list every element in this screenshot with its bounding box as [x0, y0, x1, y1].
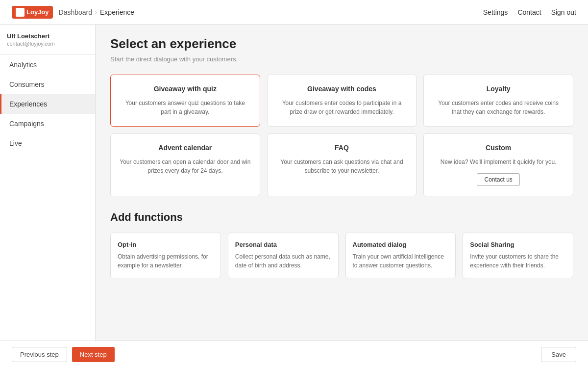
card-loyalty-title: Loyalty — [433, 85, 564, 93]
user-info: Ulf Loetschert contact@loyjoy.com — [0, 25, 95, 55]
card-custom-title: Custom — [433, 144, 564, 152]
func-automated-dialog-desc: Train your own artificial intelligence t… — [353, 252, 449, 270]
func-personal-data-title: Personal data — [235, 241, 331, 248]
logo: LoyJoy — [12, 6, 53, 19]
layout: Ulf Loetschert contact@loyjoy.com Analyt… — [0, 25, 588, 341]
header: LoyJoy Dashboard › Experience Settings C… — [0, 0, 588, 25]
header-right: Settings Contact Sign out — [483, 8, 576, 16]
sidebar: Ulf Loetschert contact@loyjoy.com Analyt… — [0, 25, 96, 341]
breadcrumb-home[interactable]: Dashboard — [59, 8, 93, 16]
sidebar-nav: Analytics Consumers Experiences Campaign… — [0, 55, 95, 153]
func-card-social-sharing[interactable]: Social Sharing Invite your customers to … — [463, 233, 573, 278]
card-advent-calendar[interactable]: Advent calendar Your customers can open … — [110, 133, 260, 196]
card-custom-desc: New idea? We'll implement it quickly for… — [433, 158, 564, 166]
logo-text: LoyJoy — [26, 8, 49, 16]
card-loyalty[interactable]: Loyalty Your customers enter codes and r… — [423, 75, 573, 127]
functions-title: Add functions — [110, 211, 573, 224]
next-step-button[interactable]: Next step — [72, 347, 115, 362]
page-subtitle: Start the direct dialogue with your cust… — [110, 55, 573, 63]
breadcrumb-separator: › — [95, 9, 97, 16]
sidebar-item-analytics[interactable]: Analytics — [0, 55, 95, 75]
card-faq-desc: Your customers can ask questions via cha… — [276, 158, 408, 175]
page-title: Select an experience — [110, 36, 573, 52]
save-button[interactable]: Save — [541, 347, 576, 362]
func-card-automated-dialog[interactable]: Automated dialog Train your own artifici… — [345, 233, 456, 278]
breadcrumb-current: Experience — [100, 8, 134, 16]
contact-us-button[interactable]: Contact us — [477, 173, 519, 186]
sidebar-item-consumers[interactable]: Consumers — [0, 75, 95, 94]
experience-cards-grid: Giveaway with quiz Your customers answer… — [110, 75, 573, 196]
footer: Previous step Next step Save — [0, 341, 588, 368]
card-giveaway-codes[interactable]: Giveaway with codes Your customers enter… — [267, 75, 417, 127]
signout-link[interactable]: Sign out — [551, 8, 576, 16]
main-content: Select an experience Start the direct di… — [96, 25, 588, 341]
settings-link[interactable]: Settings — [483, 8, 508, 16]
card-advent-calendar-desc: Your customers can open a calendar door … — [120, 158, 251, 175]
card-giveaway-codes-title: Giveaway with codes — [276, 85, 408, 93]
card-giveaway-codes-desc: Your customers enter codes to participat… — [276, 99, 408, 116]
func-card-personal-data[interactable]: Personal data Collect personal data such… — [228, 233, 339, 278]
func-social-sharing-desc: Invite your customers to share the exper… — [470, 252, 566, 270]
func-opt-in-title: Opt-in — [118, 241, 214, 248]
user-name: Ulf Loetschert — [7, 32, 88, 40]
card-advent-calendar-title: Advent calendar — [120, 144, 251, 152]
func-opt-in-desc: Obtain advertising permissions, for exam… — [118, 252, 214, 270]
func-card-opt-in[interactable]: Opt-in Obtain advertising permissions, f… — [110, 233, 221, 278]
user-email: contact@loyjoy.com — [7, 41, 88, 47]
sidebar-item-live[interactable]: Live — [0, 133, 95, 153]
card-custom-action: Contact us — [433, 173, 564, 186]
breadcrumb: Dashboard › Experience — [59, 8, 135, 16]
functions-grid: Opt-in Obtain advertising permissions, f… — [110, 233, 573, 278]
func-personal-data-desc: Collect personal data such as name, date… — [235, 252, 331, 270]
footer-left: Previous step Next step — [12, 347, 115, 362]
card-faq[interactable]: FAQ Your customers can ask questions via… — [267, 133, 417, 196]
card-giveaway-quiz-desc: Your customers answer quiz questions to … — [120, 99, 251, 116]
card-faq-title: FAQ — [276, 144, 408, 152]
logo-icon — [16, 8, 24, 17]
card-custom[interactable]: Custom New idea? We'll implement it quic… — [423, 133, 573, 196]
contact-link[interactable]: Contact — [517, 8, 541, 16]
previous-step-button[interactable]: Previous step — [12, 347, 67, 362]
card-giveaway-quiz[interactable]: Giveaway with quiz Your customers answer… — [110, 75, 260, 127]
card-giveaway-quiz-title: Giveaway with quiz — [120, 85, 251, 93]
sidebar-item-experiences[interactable]: Experiences — [0, 94, 95, 114]
func-automated-dialog-title: Automated dialog — [353, 241, 449, 248]
func-social-sharing-title: Social Sharing — [470, 241, 566, 248]
card-loyalty-desc: Your customers enter codes and receive c… — [433, 99, 564, 116]
sidebar-item-campaigns[interactable]: Campaigns — [0, 114, 95, 133]
header-left: LoyJoy Dashboard › Experience — [12, 6, 134, 19]
